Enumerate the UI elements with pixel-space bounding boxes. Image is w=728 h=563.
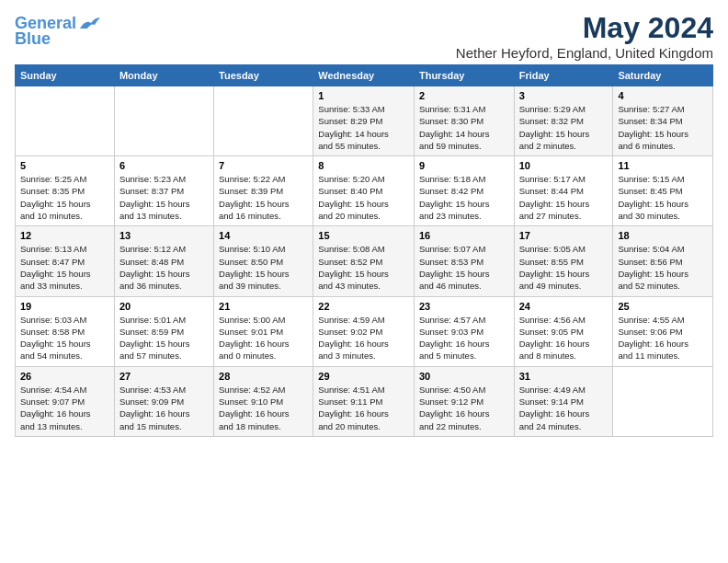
day-info: Sunrise: 5:22 AMSunset: 8:39 PMDaylight:… [219,173,308,222]
day-number: 1 [318,90,409,101]
day-cell-w4-d1: 27Sunrise: 4:53 AMSunset: 9:09 PMDayligh… [114,366,213,436]
day-number: 17 [519,230,609,241]
day-cell-w3-d6: 25Sunrise: 4:55 AMSunset: 9:06 PMDayligh… [613,296,713,366]
day-info: Sunrise: 5:03 AMSunset: 8:58 PMDaylight:… [20,314,109,362]
header: General Blue May 2024 Nether Heyford, En… [15,11,713,61]
day-info: Sunrise: 4:52 AMSunset: 9:10 PMDaylight:… [219,384,308,432]
day-number: 27 [119,371,209,382]
day-info: Sunrise: 5:01 AMSunset: 8:59 PMDaylight:… [119,314,209,362]
day-number: 19 [20,301,109,312]
day-info: Sunrise: 5:23 AMSunset: 8:37 PMDaylight:… [119,173,209,222]
day-info: Sunrise: 5:12 AMSunset: 8:48 PMDaylight:… [119,243,209,292]
day-info: Sunrise: 4:57 AMSunset: 9:03 PMDaylight:… [419,314,509,362]
day-info: Sunrise: 4:54 AMSunset: 9:07 PMDaylight:… [20,384,109,432]
day-cell-w1-d5: 10Sunrise: 5:17 AMSunset: 8:44 PMDayligh… [514,156,613,226]
day-number: 11 [618,160,708,171]
header-saturday: Saturday [613,65,713,86]
day-number: 8 [318,160,409,171]
day-number: 22 [318,301,409,312]
day-number: 25 [618,301,708,312]
day-cell-w1-d0: 5Sunrise: 5:25 AMSunset: 8:35 PMDaylight… [16,156,115,226]
day-number: 16 [419,230,509,241]
day-info: Sunrise: 4:51 AMSunset: 9:11 PMDaylight:… [318,384,409,432]
day-number: 21 [219,301,308,312]
day-number: 12 [20,230,109,241]
week-row-1: 5Sunrise: 5:25 AMSunset: 8:35 PMDaylight… [16,156,713,226]
week-row-0: 1Sunrise: 5:33 AMSunset: 8:29 PMDaylight… [16,86,713,156]
day-number: 7 [219,160,308,171]
day-cell-w2-d0: 12Sunrise: 5:13 AMSunset: 8:47 PMDayligh… [16,226,115,296]
header-wednesday: Wednesday [313,65,415,86]
day-cell-w4-d2: 28Sunrise: 4:52 AMSunset: 9:10 PMDayligh… [214,366,313,436]
day-number: 20 [119,301,209,312]
day-cell-w4-d4: 30Sunrise: 4:50 AMSunset: 9:12 PMDayligh… [414,366,514,436]
day-number: 24 [519,301,609,312]
calendar: Sunday Monday Tuesday Wednesday Thursday… [15,64,713,437]
day-cell-w1-d3: 8Sunrise: 5:20 AMSunset: 8:40 PMDaylight… [313,156,415,226]
day-info: Sunrise: 4:56 AMSunset: 9:05 PMDaylight:… [519,314,609,362]
day-cell-w2-d5: 17Sunrise: 5:05 AMSunset: 8:55 PMDayligh… [514,226,613,296]
title-block: May 2024 Nether Heyford, England, United… [456,11,713,61]
day-cell-w4-d6 [613,366,713,436]
day-info: Sunrise: 4:50 AMSunset: 9:12 PMDaylight:… [419,384,509,432]
day-number: 4 [618,90,708,101]
day-cell-w4-d0: 26Sunrise: 4:54 AMSunset: 9:07 PMDayligh… [16,366,115,436]
day-number: 13 [119,230,209,241]
day-info: Sunrise: 5:17 AMSunset: 8:44 PMDaylight:… [519,173,609,222]
day-cell-w1-d1: 6Sunrise: 5:23 AMSunset: 8:37 PMDaylight… [114,156,213,226]
day-cell-w1-d6: 11Sunrise: 5:15 AMSunset: 8:45 PMDayligh… [613,156,713,226]
day-number: 23 [419,301,509,312]
day-info: Sunrise: 4:49 AMSunset: 9:14 PMDaylight:… [519,384,609,432]
location: Nether Heyford, England, United Kingdom [456,45,713,61]
day-info: Sunrise: 4:59 AMSunset: 9:02 PMDaylight:… [318,314,409,362]
day-cell-w1-d2: 7Sunrise: 5:22 AMSunset: 8:39 PMDaylight… [214,156,313,226]
day-info: Sunrise: 5:10 AMSunset: 8:50 PMDaylight:… [219,243,308,292]
day-info: Sunrise: 5:00 AMSunset: 9:01 PMDaylight:… [219,314,308,362]
day-info: Sunrise: 5:07 AMSunset: 8:53 PMDaylight:… [419,243,509,292]
day-number: 30 [419,371,509,382]
header-monday: Monday [114,65,213,86]
day-number: 14 [219,230,308,241]
logo: General Blue [15,15,100,49]
day-number: 15 [318,230,409,241]
day-cell-w2-d1: 13Sunrise: 5:12 AMSunset: 8:48 PMDayligh… [114,226,213,296]
day-cell-w2-d3: 15Sunrise: 5:08 AMSunset: 8:52 PMDayligh… [313,226,415,296]
day-number: 2 [419,90,509,101]
day-number: 31 [519,371,609,382]
day-number: 5 [20,160,109,171]
day-number: 28 [219,371,308,382]
day-cell-w0-d6: 4Sunrise: 5:27 AMSunset: 8:34 PMDaylight… [613,86,713,156]
day-cell-w0-d3: 1Sunrise: 5:33 AMSunset: 8:29 PMDaylight… [313,86,415,156]
day-cell-w0-d1 [114,86,213,156]
day-info: Sunrise: 5:18 AMSunset: 8:42 PMDaylight:… [419,173,509,222]
day-info: Sunrise: 5:08 AMSunset: 8:52 PMDaylight:… [318,243,409,292]
header-sunday: Sunday [16,65,115,86]
week-row-3: 19Sunrise: 5:03 AMSunset: 8:58 PMDayligh… [16,296,713,366]
day-info: Sunrise: 4:53 AMSunset: 9:09 PMDaylight:… [119,384,209,432]
day-info: Sunrise: 5:25 AMSunset: 8:35 PMDaylight:… [20,173,109,222]
day-number: 26 [20,371,109,382]
calendar-header-row: Sunday Monday Tuesday Wednesday Thursday… [16,65,713,86]
day-info: Sunrise: 5:15 AMSunset: 8:45 PMDaylight:… [618,173,708,222]
day-cell-w4-d5: 31Sunrise: 4:49 AMSunset: 9:14 PMDayligh… [514,366,613,436]
day-cell-w0-d4: 2Sunrise: 5:31 AMSunset: 8:30 PMDaylight… [414,86,514,156]
day-info: Sunrise: 5:27 AMSunset: 8:34 PMDaylight:… [618,103,708,152]
header-friday: Friday [514,65,613,86]
week-row-4: 26Sunrise: 4:54 AMSunset: 9:07 PMDayligh… [16,366,713,436]
day-cell-w3-d2: 21Sunrise: 5:00 AMSunset: 9:01 PMDayligh… [214,296,313,366]
day-cell-w3-d5: 24Sunrise: 4:56 AMSunset: 9:05 PMDayligh… [514,296,613,366]
day-info: Sunrise: 5:20 AMSunset: 8:40 PMDaylight:… [318,173,409,222]
header-tuesday: Tuesday [214,65,313,86]
logo-icon [78,16,100,32]
day-cell-w2-d2: 14Sunrise: 5:10 AMSunset: 8:50 PMDayligh… [214,226,313,296]
day-number: 6 [119,160,209,171]
day-cell-w2-d4: 16Sunrise: 5:07 AMSunset: 8:53 PMDayligh… [414,226,514,296]
day-info: Sunrise: 5:29 AMSunset: 8:32 PMDaylight:… [519,103,609,152]
day-info: Sunrise: 4:55 AMSunset: 9:06 PMDaylight:… [618,314,708,362]
day-number: 29 [318,371,409,382]
header-thursday: Thursday [414,65,514,86]
day-info: Sunrise: 5:31 AMSunset: 8:30 PMDaylight:… [419,103,509,152]
day-number: 9 [419,160,509,171]
day-cell-w3-d0: 19Sunrise: 5:03 AMSunset: 8:58 PMDayligh… [16,296,115,366]
page-container: General Blue May 2024 Nether Heyford, En… [0,0,728,444]
